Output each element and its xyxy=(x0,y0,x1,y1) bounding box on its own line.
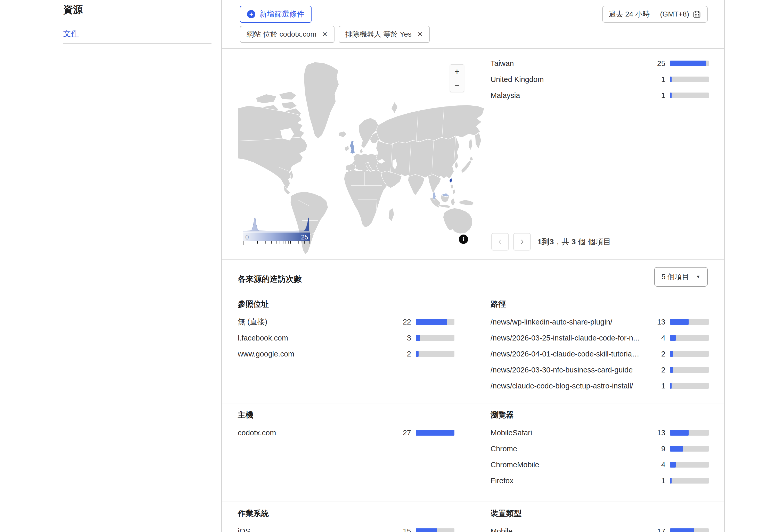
stat-bar-track xyxy=(670,528,709,532)
map-united-kingdom xyxy=(350,140,355,154)
stat-bar-fill xyxy=(670,383,671,389)
stat-value: 4 xyxy=(645,334,665,342)
stat-bar-track xyxy=(670,383,709,389)
panel-path: 路徑 /news/wp-linkedin-auto-share-plugin/1… xyxy=(491,299,709,391)
panel-rows: /news/wp-linkedin-auto-share-plugin/13/n… xyxy=(491,317,709,391)
stat-row: Mobile17 xyxy=(491,527,709,532)
stat-label: Chrome xyxy=(491,444,645,453)
stat-bar-fill xyxy=(670,61,706,66)
stat-label: /news/2026-03-30-nfc-business-card-guide xyxy=(491,366,645,374)
stat-row: /news/wp-linkedin-auto-share-plugin/13 xyxy=(491,317,709,327)
stat-bar-fill xyxy=(416,319,447,325)
stat-bar-track xyxy=(670,462,709,468)
chevron-right-icon xyxy=(519,239,525,244)
stat-bar-fill xyxy=(670,478,671,484)
stat-row: Malaysia1 xyxy=(491,91,709,100)
stat-bar-track xyxy=(670,93,709,98)
filter-chip-label: 網站 位於 codotx.com xyxy=(247,29,316,39)
section-divider xyxy=(222,403,724,403)
stat-row: /news/2026-03-30-nfc-business-card-guide… xyxy=(491,365,709,374)
stat-row: www.google.com2 xyxy=(238,349,455,359)
stat-bar-track xyxy=(670,351,709,357)
timezone-label: (GMT+8) xyxy=(660,10,689,18)
stat-row: Firefox1 xyxy=(491,476,709,485)
panel-referrer: 參照位址 無 (直接)22l.facebook.com3www.google.c… xyxy=(238,299,455,359)
stat-label: Mobile xyxy=(491,527,645,532)
stat-bar-fill xyxy=(670,367,673,373)
zoom-in-button[interactable]: + xyxy=(450,65,464,78)
time-range-button[interactable]: 過去 24 小時 (GMT+8) xyxy=(602,6,708,23)
legend-min-label: 0 xyxy=(245,234,249,241)
pagination: 1到3，共 3 個 個項目 xyxy=(491,233,611,251)
column-divider xyxy=(474,291,474,403)
chevron-left-icon xyxy=(497,239,503,244)
stat-bar-fill xyxy=(670,528,694,532)
stat-label: MobileSafari xyxy=(491,429,645,437)
stat-label: /news/claude-code-blog-setup-astro-insta… xyxy=(491,382,645,390)
filter-chip[interactable]: 網站 位於 codotx.com✕ xyxy=(240,26,335,43)
stat-value: 1 xyxy=(645,476,665,485)
stat-bar-track xyxy=(670,430,709,436)
panel-title: 參照位址 xyxy=(238,299,455,309)
stat-label: l.facebook.com xyxy=(238,334,390,342)
time-range-label: 過去 24 小時 xyxy=(609,9,650,19)
sidebar-divider xyxy=(63,43,212,44)
remove-filter-icon[interactable]: ✕ xyxy=(417,30,423,38)
stat-value: 4 xyxy=(645,461,665,469)
panel-title: 瀏覽器 xyxy=(491,410,709,421)
stat-bar-fill xyxy=(670,446,683,452)
legend-gradient-bar: 0 25 xyxy=(243,232,310,241)
previous-page-button[interactable] xyxy=(491,233,509,251)
stat-value: 2 xyxy=(390,350,411,358)
panel-rows: MobileSafari13Chrome9ChromeMobile4Firefo… xyxy=(491,428,709,485)
map-zoom-control: + − xyxy=(450,64,464,92)
stat-bar-fill xyxy=(670,76,671,82)
stat-label: iOS xyxy=(238,527,390,532)
legend-max-label: 25 xyxy=(301,234,308,241)
stat-row: iOS15 xyxy=(238,527,455,532)
stat-value: 25 xyxy=(645,59,665,68)
calendar-icon xyxy=(693,10,701,18)
stat-bar-fill xyxy=(416,335,420,341)
panel-os: 作業系統 iOS15 xyxy=(238,508,455,532)
sidebar-item-documents[interactable]: 文件 xyxy=(63,28,79,39)
panel-host: 主機 codotx.com27 xyxy=(238,410,455,437)
panel-browser: 瀏覽器 MobileSafari13Chrome9ChromeMobile4Fi… xyxy=(491,410,709,485)
stat-bar-track xyxy=(670,319,709,325)
remove-filter-icon[interactable]: ✕ xyxy=(322,30,328,38)
stat-bar-track xyxy=(416,351,455,357)
stat-value: 3 xyxy=(390,334,411,342)
stat-bar-track xyxy=(670,478,709,484)
panel-title: 作業系統 xyxy=(238,508,455,519)
panel-title: 主機 xyxy=(238,410,455,421)
stat-row: /news/2026-04-01-claude-code-skill-tutor… xyxy=(491,349,709,359)
sources-section-title: 各來源的造訪次數 xyxy=(238,274,302,285)
stat-value: 13 xyxy=(645,318,665,326)
analytics-card: + 新增篩選條件 網站 位於 codotx.com✕排除機器人 等於 Yes✕ … xyxy=(221,0,725,532)
page-size-value: 5 個項目 xyxy=(661,272,689,282)
info-icon[interactable]: i xyxy=(459,235,468,244)
country-list: Taiwan25United Kingdom1Malaysia1 xyxy=(491,59,709,100)
zoom-out-button[interactable]: − xyxy=(450,78,464,92)
stat-row: 無 (直接)22 xyxy=(238,317,455,327)
filter-chip[interactable]: 排除機器人 等於 Yes✕ xyxy=(339,26,430,43)
section-divider xyxy=(222,48,724,49)
stat-bar-fill xyxy=(670,335,676,341)
plus-circle-icon: + xyxy=(247,10,255,18)
stat-label: /news/2026-03-25-install-claude-code-for… xyxy=(491,334,645,342)
panel-rows: codotx.com27 xyxy=(238,428,455,437)
legend-tick-axis xyxy=(243,241,310,245)
stat-bar-track xyxy=(416,319,455,325)
filter-chip-list: 網站 位於 codotx.com✕排除機器人 等於 Yes✕ xyxy=(240,26,430,43)
stat-value: 17 xyxy=(645,527,665,532)
map-legend: 0 25 xyxy=(243,217,310,246)
next-page-button[interactable] xyxy=(513,233,531,251)
stat-label: /news/2026-04-01-claude-code-skill-tutor… xyxy=(491,350,645,358)
filter-chip-label: 排除機器人 等於 Yes xyxy=(345,29,412,39)
stat-row: /news/claude-code-blog-setup-astro-insta… xyxy=(491,381,709,391)
add-filter-button[interactable]: + 新增篩選條件 xyxy=(240,6,312,23)
page-size-dropdown[interactable]: 5 個項目 ▼ xyxy=(654,267,708,287)
stat-value: 22 xyxy=(390,318,411,326)
stat-bar-track xyxy=(416,430,455,436)
panel-rows: 無 (直接)22l.facebook.com3www.google.com2 xyxy=(238,317,455,359)
